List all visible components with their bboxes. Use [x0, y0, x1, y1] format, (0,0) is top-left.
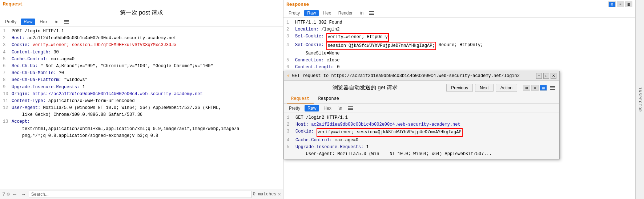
table-row: 13 Accept:: [3, 118, 280, 125]
table-row: 10 Origin: https://ac2a1f2d1ea9db00c03b1…: [3, 91, 280, 98]
table-row: 11 Content-Type: application/x-www-form-…: [3, 98, 280, 105]
left-panel: Request 第一次 post 请求 Pretty Raw Hex \n 1 …: [0, 0, 283, 199]
table-row: User-Agent: Mozilla/5.0 (Win NT 10.0; Wi…: [287, 151, 556, 158]
menu-icon-left[interactable]: [63, 19, 70, 25]
table-row: 1 GET /login2 HTTP/1.1: [287, 114, 556, 121]
search-close-icon[interactable]: ✕: [278, 191, 281, 197]
popup-view-split-button[interactable]: ⊞: [523, 85, 530, 91]
table-row: 7 Sec-Ch-Ua-Mobile: ?0: [3, 70, 280, 77]
view-icons-right: ⊞ ≡ ▦: [608, 1, 632, 7]
popup-tab-request[interactable]: Request: [287, 95, 314, 103]
tab-pretty-right[interactable]: Pretty: [286, 10, 303, 16]
tab-raw-left[interactable]: Raw: [21, 19, 35, 25]
search-question-icon: ?: [2, 191, 5, 197]
table-row: png,*/*;q=0.8,application/signed-exchang…: [3, 133, 280, 139]
popup-maximize-button[interactable]: □: [543, 73, 549, 79]
popup-view-list-button[interactable]: ≡: [531, 85, 539, 91]
popup-tab-hex[interactable]: Hex: [321, 105, 334, 111]
table-row: 4 Content-Length: 30: [3, 49, 280, 56]
response-header: Response ⊞ ≡ ▦: [283, 0, 635, 9]
popup-lightning-icon: ⚡: [287, 73, 290, 79]
request-header: Request: [0, 0, 283, 8]
search-back-button[interactable]: ←: [11, 191, 19, 198]
tab-hex-right[interactable]: Hex: [320, 10, 334, 16]
table-row: 3 Cookie: verify=wiener; session=QjkASfc…: [287, 128, 556, 137]
table-row: 5 Connection: close: [286, 57, 632, 64]
tab-raw-right[interactable]: Raw: [304, 10, 319, 16]
table-row: 8 Sec-Ch-Ua-Platform: "Windows": [3, 77, 280, 84]
popup-close-button[interactable]: ✕: [551, 73, 556, 79]
tab-pretty-left[interactable]: Pretty: [2, 19, 19, 25]
table-row: 2 Host: ac2a1f2d1ea9db00c03b1c4b002e00c4…: [3, 35, 280, 42]
table-row: 9 Upgrade-Insecure-Requests: 1: [3, 84, 280, 91]
menu-icon-right[interactable]: [368, 10, 375, 16]
popup-view-icons: ⊞ ≡ ▦: [523, 85, 547, 91]
popup-view-grid-button[interactable]: ▦: [540, 85, 547, 91]
action-button[interactable]: Action: [496, 84, 517, 92]
search-forward-button[interactable]: →: [20, 191, 27, 198]
table-row: 6 Content-Length: 0: [286, 64, 632, 71]
next-button[interactable]: Next: [475, 84, 494, 92]
table-row: 3 Set-Cookie: verify=wiener; HttpOnly: [286, 33, 632, 41]
popup-dialog: ⚡ GET request to https://ac2a1f2d1ea9db0…: [283, 71, 560, 159]
bottom-search-bar: ? ⚙ ← → 0 matches ✕: [0, 189, 283, 199]
table-row: 2 Host: ac2a1f2d1ea9db00c03b1c4b002e00c4…: [287, 121, 556, 128]
left-content: 1 POST /login HTTP/1.1 2 Host: ac2a1f2d1…: [0, 27, 283, 189]
popup-tab-pretty[interactable]: Pretty: [286, 105, 303, 111]
table-row: 2 Location: /login2: [286, 26, 632, 33]
previous-button[interactable]: Previous: [446, 84, 473, 92]
popup-window-buttons: − □ ✕: [536, 73, 556, 79]
tab-render-right[interactable]: Render: [335, 10, 355, 16]
table-row: 4 Cache-Control: max-age=0: [287, 137, 556, 144]
popup-minimize-button[interactable]: −: [536, 73, 542, 79]
left-panel-title: 第一次 post 请求: [0, 8, 283, 17]
table-row: SameSite=None: [286, 50, 632, 57]
popup-toolbar: Pretty Raw Hex \n: [284, 104, 559, 113]
popup-tabs: Request Response: [284, 95, 559, 104]
table-row: 1 HTTP/1.1 302 Found: [286, 19, 632, 26]
table-row: 5 Upgrade-Insecure-Requests: 1: [287, 144, 556, 151]
table-row: 3 Cookie: verify=wiener; session=TDbZqfC…: [3, 42, 280, 49]
table-row: 1 POST /login HTTP/1.1: [3, 28, 280, 35]
popup-dialog-overlay: ⚡ GET request to https://ac2a1f2d1ea9db0…: [283, 71, 635, 159]
popup-titlebar: ⚡ GET request to https://ac2a1f2d1ea9db0…: [284, 71, 559, 81]
right-toolbar: Pretty Raw Hex Render \n: [283, 9, 635, 18]
tab-hex-left[interactable]: Hex: [37, 19, 50, 25]
popup-menu-icon[interactable]: [549, 85, 556, 91]
settings-icon[interactable]: ⚙: [7, 191, 9, 197]
right-panel: Response ⊞ ≡ ▦ Pretty Raw Hex Render \n: [283, 0, 644, 199]
view-list-button[interactable]: ≡: [617, 1, 624, 7]
popup-content: 1 GET /login2 HTTP/1.1 2 Host: ac2a1f2d1…: [284, 113, 559, 159]
popup-title: 浏览器自动发送的 get 请求: [287, 82, 443, 93]
view-split-button[interactable]: ⊞: [608, 1, 616, 7]
popup-title-url: GET request to https://ac2a1f2d1ea9db00c…: [292, 73, 534, 78]
popup-action-bar: Previous Next Action: [443, 82, 520, 93]
table-row: 12 User-Agent: Mozilla/5.0 (Windows NT 1…: [3, 105, 280, 111]
popup-tab-raw[interactable]: Raw: [305, 105, 319, 111]
tab-n-left[interactable]: \n: [52, 19, 61, 25]
search-input[interactable]: [29, 191, 251, 198]
table-row: 5 Cache-Control: max-age=0: [3, 56, 280, 63]
right-content-area: Response ⊞ ≡ ▦ Pretty Raw Hex Render \n: [283, 0, 635, 199]
popup-toolbar-menu-icon[interactable]: [347, 105, 354, 111]
tab-n-right[interactable]: \n: [357, 10, 366, 16]
view-grid-button[interactable]: ▦: [625, 1, 632, 7]
left-toolbar: Pretty Raw Hex \n: [0, 17, 283, 27]
popup-tab-n[interactable]: \n: [336, 105, 345, 111]
table-row: text/html,application/xhtml+xml,applicat…: [3, 126, 280, 133]
popup-tab-response[interactable]: Response: [314, 95, 343, 103]
table-row: 4 Set-Cookie: session=QjkASfcWJYhVPujpUe…: [286, 42, 632, 50]
matches-count: 0 matches: [253, 192, 277, 197]
table-row: 6 Sec-Ch-Ua: " Not A;Brand";v="99", "Chr…: [3, 63, 280, 70]
table-row: like Gecko) Chrome/100.0.4896.88 Safari/…: [3, 111, 280, 118]
